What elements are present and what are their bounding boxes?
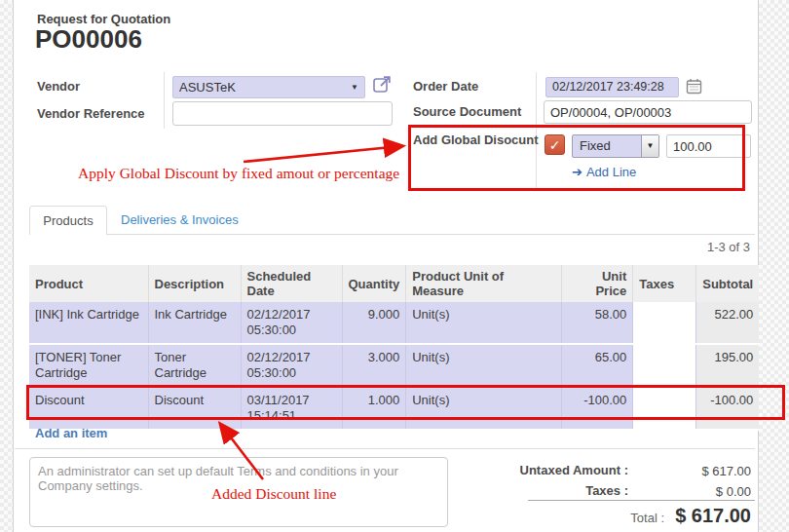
col-description[interactable]: Description (148, 265, 241, 302)
rfq-page: Request for Quotation PO00006 Vendor ASU… (0, 0, 789, 532)
col-unit-price[interactable]: Unit Price (562, 265, 633, 302)
total-value: $ 617.00 (623, 505, 751, 527)
tab-products[interactable]: Products (29, 206, 107, 235)
order-date-value: 02/12/2017 23:49:28 (552, 80, 664, 94)
annotation-bottom-note: Added Discount line (211, 485, 336, 503)
cell-product: [TONER] Toner Cartridge (29, 344, 148, 387)
cell-unit-price: 65.00 (562, 344, 633, 387)
cell-description: Ink Cartridge (148, 302, 241, 344)
cell-scheduled-date: 02/12/2017 05:30:00 (241, 344, 342, 387)
col-quantity[interactable]: Quantity (342, 265, 406, 302)
add-an-item-link[interactable]: Add an item (35, 426, 107, 440)
vendor-select[interactable]: ASUSTeK ▼ (172, 76, 365, 98)
annotation-top-note: Apply Global Discount by fixed amout or … (78, 165, 399, 182)
cell-description: Toner Cartridge (148, 344, 241, 387)
cell-taxes (633, 302, 696, 344)
cell-taxes (633, 344, 696, 387)
untaxed-amount-label: Untaxed Amount : (438, 463, 628, 477)
tab-deliveries-invoices[interactable]: Deliveries & Invoices (121, 212, 239, 227)
table-row-toner[interactable]: [TONER] Toner Cartridge Toner Cartridge … (29, 344, 759, 387)
order-date-input[interactable]: 02/12/2017 23:49:28 (545, 77, 679, 97)
tab-bar-divider (29, 234, 755, 235)
form-left-separator (164, 72, 165, 129)
transparency-checker-right (758, 0, 789, 532)
vendor-reference-input[interactable] (172, 101, 393, 126)
col-scheduled-date[interactable]: Scheduled Date (241, 265, 342, 302)
cell-product: [INK] Ink Cartridge (29, 302, 148, 344)
pager-count: 1-3 of 3 (643, 240, 750, 254)
arrow-to-global-discount (244, 146, 401, 162)
source-document-input[interactable] (544, 100, 752, 124)
highlight-box-discount-line (26, 385, 785, 420)
untaxed-amount-value: $ 617.00 (643, 464, 751, 478)
cell-uom: Unit(s) (406, 302, 562, 344)
col-product[interactable]: Product (29, 265, 148, 302)
chevron-down-icon: ▼ (351, 84, 358, 92)
cell-unit-price: 58.00 (562, 302, 633, 344)
calendar-icon[interactable] (686, 78, 702, 95)
vendor-label: Vendor (37, 79, 80, 94)
col-taxes[interactable]: Taxes (633, 265, 696, 302)
sheet-bottom-divider (15, 448, 755, 449)
cell-uom: Unit(s) (406, 344, 562, 387)
totals-divider (528, 500, 755, 501)
cell-quantity: 3.000 (342, 344, 406, 387)
cell-subtotal: 195.00 (696, 344, 760, 387)
vendor-select-value: ASUSTeK (179, 80, 236, 95)
table-row-ink[interactable]: [INK] Ink Cartridge Ink Cartridge 02/12/… (29, 302, 759, 344)
order-date-label: Order Date (413, 79, 478, 94)
cell-subtotal: 522.00 (696, 302, 760, 344)
col-subtotal[interactable]: Subtotal (696, 265, 760, 302)
external-link-icon[interactable] (372, 74, 393, 95)
cell-scheduled-date: 02/12/2017 05:30:00 (241, 302, 342, 344)
taxes-value: $ 0.00 (643, 484, 751, 499)
cell-quantity: 9.000 (342, 302, 406, 344)
source-document-label: Source Document (413, 104, 521, 119)
highlight-box-global-discount (408, 125, 745, 191)
page-title: PO00006 (35, 24, 142, 55)
transparency-checker-left (0, 0, 14, 532)
table-header-row: Product Description Scheduled Date Quant… (29, 265, 759, 302)
taxes-label: Taxes : (438, 483, 628, 498)
col-uom[interactable]: Product Unit of Measure (406, 265, 562, 302)
vendor-reference-label: Vendor Reference (37, 106, 145, 121)
